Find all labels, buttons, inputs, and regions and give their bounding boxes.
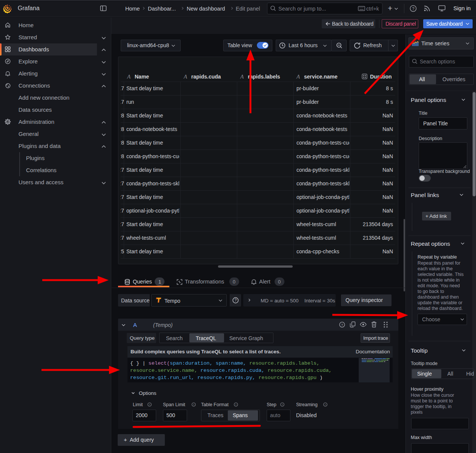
svg-text:i: i bbox=[282, 403, 283, 406]
svg-text:?: ? bbox=[341, 323, 343, 327]
svg-text:i: i bbox=[149, 403, 150, 406]
svg-text:i: i bbox=[193, 403, 194, 406]
svg-text:i: i bbox=[236, 403, 236, 406]
svg-text:i: i bbox=[325, 403, 326, 406]
svg-text:?: ? bbox=[412, 6, 414, 11]
svg-text:?: ? bbox=[235, 298, 237, 302]
